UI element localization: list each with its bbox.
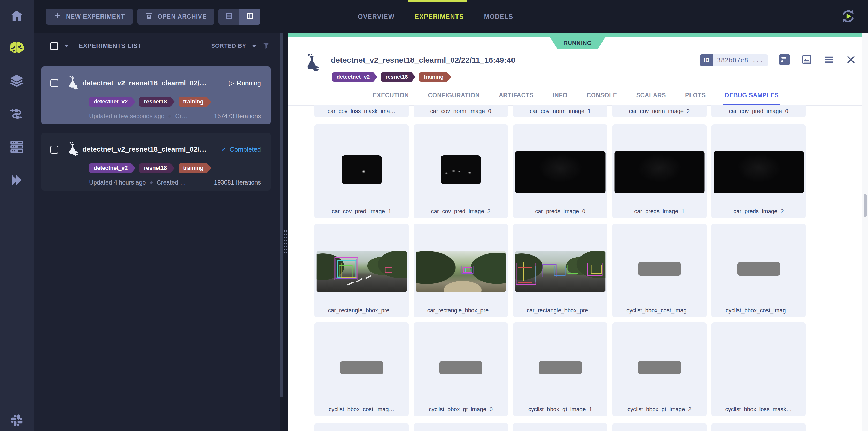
sample-thumbnail[interactable] <box>638 361 681 374</box>
sample-thumbnail[interactable] <box>439 361 482 374</box>
sample-thumbnail[interactable] <box>539 361 582 374</box>
sorted-by-button[interactable]: SORTED BY <box>211 42 246 49</box>
sample-thumbnail[interactable] <box>515 152 605 193</box>
bbox-overlay <box>591 265 602 273</box>
debug-sample-card[interactable]: cyclist_bbox_cost_imag… <box>612 224 707 318</box>
archive-icon <box>145 12 153 21</box>
lane-marking <box>365 275 372 279</box>
new-experiment-button[interactable]: NEW EXPERIMENT <box>46 8 133 25</box>
tag-training[interactable]: training <box>179 97 211 107</box>
select-all-chevron-down-icon[interactable] <box>64 45 69 47</box>
debug-sample-card[interactable]: cyclist_bbox_gt_image_2 <box>612 322 707 416</box>
experiment-card-running[interactable]: detectnet_v2_resnet18_clearml_02/… ▷ Run… <box>41 66 271 124</box>
debug-sample-card[interactable]: car_cov_norm_image_1 <box>513 105 607 118</box>
select-all-checkbox[interactable] <box>50 42 58 50</box>
experiment-checkbox[interactable] <box>51 79 58 87</box>
debug-sample-card[interactable] <box>513 423 607 431</box>
sidebar-item-home[interactable] <box>0 2 34 30</box>
sample-thumbnail[interactable] <box>714 152 804 193</box>
debug-sample-card[interactable]: car_cov_norm_image_2 <box>612 105 707 118</box>
sample-label: car_cov_pred_image_0 <box>714 108 804 114</box>
running-play-icon: ▷ <box>229 79 234 87</box>
debug-sample-card[interactable]: car_preds_image_1 <box>612 124 707 218</box>
sidebar-item-workers[interactable] <box>0 133 34 162</box>
debug-sample-card[interactable]: cyclist_bbox_gt_image_1 <box>513 322 607 416</box>
sidebar-item-slack[interactable] <box>0 407 34 431</box>
sample-label: car_cov_loss_mask_ima… <box>316 108 407 114</box>
sample-label: cyclist_bbox_gt_image_0 <box>416 406 506 413</box>
auto-refresh-button[interactable] <box>840 8 857 25</box>
plus-icon <box>54 12 61 21</box>
sidebar-item-projects[interactable] <box>0 35 34 63</box>
sample-thumbnail[interactable] <box>316 252 407 292</box>
debug-sample-card[interactable]: cyclist_bbox_cost_imag… <box>711 224 806 318</box>
sample-thumbnail[interactable] <box>416 252 506 292</box>
split-view-button[interactable] <box>239 8 260 25</box>
sample-thumbnail[interactable] <box>342 155 382 184</box>
detail-scrollbar-thumb[interactable] <box>864 194 867 217</box>
debug-sample-card[interactable] <box>413 423 508 431</box>
sample-thumbnail[interactable] <box>737 262 780 276</box>
sidebar-item-datasets[interactable] <box>0 68 34 96</box>
sample-label: cyclist_bbox_cost_imag… <box>614 307 705 314</box>
servers-icon <box>9 140 24 155</box>
debug-sample-card[interactable]: car_cov_loss_mask_ima… <box>314 105 409 118</box>
created-text: Cr… <box>175 113 188 120</box>
pipeline-icon <box>9 108 24 121</box>
debug-sample-card[interactable] <box>314 423 409 431</box>
debug-sample-card[interactable] <box>612 423 707 431</box>
debug-sample-card[interactable] <box>711 423 806 431</box>
debug-sample-card[interactable]: car_cov_norm_image_0 <box>413 105 508 118</box>
brain-icon <box>9 41 25 56</box>
sidebar-item-reports[interactable] <box>0 166 34 195</box>
tab-overview[interactable]: OVERVIEW <box>358 13 395 21</box>
panel-resize-divider[interactable] <box>283 33 287 431</box>
list-scrollbar[interactable] <box>280 33 283 397</box>
debug-sample-card[interactable]: car_cov_pred_image_1 <box>314 124 409 218</box>
table-view-button[interactable] <box>218 8 239 25</box>
sample-thumbnail[interactable] <box>441 155 481 184</box>
tag-training[interactable]: training <box>179 163 211 173</box>
bbox-overlay <box>518 267 532 283</box>
sample-label: cyclist_bbox_gt_image_1 <box>515 406 605 413</box>
debug-sample-card[interactable]: cyclist_bbox_gt_image_0 <box>413 322 508 416</box>
app-sidebar <box>0 0 34 431</box>
sample-thumbnail[interactable] <box>340 361 383 374</box>
sample-thumbnail[interactable] <box>614 152 705 193</box>
tab-experiments[interactable]: EXPERIMENTS <box>414 13 464 21</box>
debug-sample-card[interactable]: car_rectangle_bbox_pre… <box>513 224 607 318</box>
main-nav-tabs: OVERVIEW EXPERIMENTS MODELS <box>358 0 513 33</box>
debug-sample-card[interactable]: cyclist_bbox_loss_mask… <box>711 322 806 416</box>
tag-resnet18[interactable]: resnet18 <box>139 97 175 107</box>
tab-models[interactable]: MODELS <box>484 13 513 21</box>
experiments-list-panel: EXPERIMENTS LIST SORTED BY detectnet_v2_… <box>34 33 280 431</box>
experiment-flask-icon <box>65 76 80 91</box>
experiment-checkbox[interactable] <box>51 145 58 154</box>
experiment-card-completed[interactable]: detectnet_v2_resnet18_clearml_02/… ✓ Com… <box>41 133 271 191</box>
debug-sample-card[interactable]: car_rectangle_bbox_pre… <box>413 224 508 318</box>
bbox-overlay <box>465 268 471 272</box>
debug-sample-card[interactable]: car_preds_image_2 <box>711 124 806 218</box>
debug-sample-card[interactable]: car_rectangle_bbox_pre… <box>314 224 409 318</box>
debug-sample-card[interactable]: car_preds_image_0 <box>513 124 607 218</box>
experiment-detail-panel: RUNNING detectnet_v2_resnet18_clearml_02… <box>287 33 868 431</box>
sample-label: car_rectangle_bbox_pre… <box>515 307 605 314</box>
sample-label: cyclist_bbox_gt_image_2 <box>614 406 705 413</box>
tag-detectnet-v2[interactable]: detectnet_v2 <box>89 163 135 173</box>
experiment-meta: Updated a few seconds ago Cr… 157473 Ite… <box>89 113 261 120</box>
debug-sample-card[interactable]: car_cov_pred_image_2 <box>413 124 508 218</box>
auto-refresh-icon <box>840 21 857 26</box>
tag-resnet18[interactable]: resnet18 <box>139 163 175 173</box>
debug-sample-card[interactable]: car_cov_pred_image_0 <box>711 105 806 118</box>
filter-button[interactable] <box>262 41 270 50</box>
view-toggle <box>218 8 260 25</box>
debug-sample-card[interactable]: cyclist_bbox_cost_imag… <box>314 322 409 416</box>
open-archive-label: OPEN ARCHIVE <box>158 13 207 20</box>
sample-thumbnail[interactable] <box>638 262 681 276</box>
resize-grip-icon <box>284 230 285 232</box>
sorted-by-chevron-down-icon[interactable] <box>252 45 256 47</box>
tag-detectnet-v2[interactable]: detectnet_v2 <box>89 97 135 107</box>
open-archive-button[interactable]: OPEN ARCHIVE <box>137 8 214 25</box>
sidebar-item-pipelines[interactable] <box>0 100 34 129</box>
sample-thumbnail[interactable] <box>515 252 605 292</box>
